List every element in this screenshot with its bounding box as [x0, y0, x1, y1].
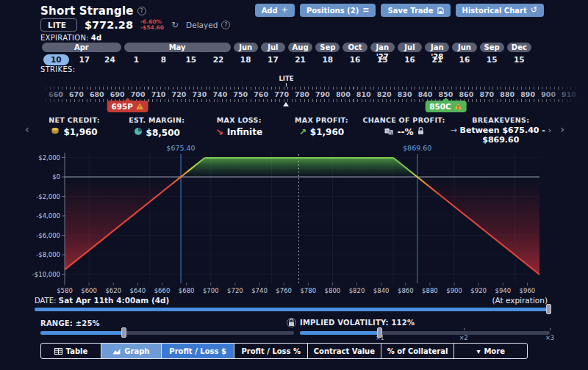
stats-row: NET CREDIT:$1,960EST. MARGIN:$8,500MAX L… — [33, 116, 556, 145]
warning-icon — [454, 103, 462, 110]
svg-text:$2,000: $2,000 — [38, 154, 60, 162]
underlying-price: $772.28 — [85, 19, 133, 31]
expiration-date[interactable]: 15 — [506, 54, 533, 65]
expiration-date[interactable]: 15 — [369, 54, 396, 65]
expiration-date[interactable]: 16 — [451, 54, 478, 65]
expiration-date[interactable]: 21 — [287, 54, 314, 65]
strike-tick-label: 800 — [333, 90, 354, 98]
expiration-date[interactable]: 15 — [177, 54, 204, 65]
short-call-strike-badge[interactable]: 850C — [425, 101, 467, 112]
expiration-date[interactable]: 17 — [72, 54, 98, 65]
date-slider[interactable] — [35, 308, 549, 311]
stat-label: NET CREDIT: — [33, 116, 115, 124]
list-icon: ≡ — [362, 7, 369, 14]
strike-tick-label: 780 — [292, 90, 312, 98]
month-pill[interactable]: May — [124, 43, 231, 52]
help-icon[interactable]: ? — [137, 7, 146, 15]
lock-icon[interactable] — [287, 318, 296, 327]
month-pill[interactable]: Apr — [42, 43, 121, 52]
pie-icon — [134, 127, 143, 138]
month-group: Apr101724 — [40, 43, 123, 65]
add-button[interactable]: Add+ — [255, 4, 295, 17]
date-slider-handle[interactable] — [546, 304, 551, 314]
month-group: Jul16 — [396, 43, 423, 65]
stat-max-profit: MAX PROFIT:↗$1,960 — [280, 116, 362, 145]
expiration-date[interactable]: 8 — [150, 54, 177, 65]
expiration-date[interactable]: 21 — [423, 54, 451, 65]
button-label: Positions (2) — [306, 7, 359, 15]
svg-text:$0: $0 — [52, 173, 60, 181]
month-group: Jul17 — [259, 43, 287, 65]
month-pill[interactable]: Jan '27 — [370, 43, 395, 52]
arrow-down-right-icon: ↘ — [216, 127, 223, 137]
stats-scroll-left-icon[interactable]: ‹ — [25, 123, 29, 135]
iv-label: IMPLIED VOLATILITY: 112% — [287, 318, 415, 327]
expiration-date[interactable]: 1 — [123, 54, 150, 65]
arrow-up-right-icon: ↗ — [299, 127, 306, 137]
month-group: Jun18 — [232, 43, 259, 65]
save-trade-button[interactable]: Save Trade — [381, 4, 450, 17]
strike-tick-label: 710 — [148, 90, 169, 98]
range-slider[interactable] — [40, 331, 294, 335]
svg-text:$860: $860 — [398, 287, 414, 294]
expiration-date[interactable]: 16 — [396, 54, 423, 65]
svg-text:$720: $720 — [227, 287, 243, 294]
month-pill[interactable]: Oct — [343, 43, 367, 52]
month-group: May181522 — [123, 43, 232, 65]
view-tabs: TableGraphProfit / Loss $Profit / Loss %… — [40, 343, 528, 359]
refresh-icon[interactable]: ↻ — [171, 20, 179, 30]
month-group: Oct16 — [341, 43, 368, 65]
expiration-date[interactable]: 18 — [314, 54, 341, 65]
tab-%-of-collateral[interactable]: % of Collateral — [381, 344, 455, 358]
positions-2--button[interactable]: Positions (2)≡ — [300, 4, 376, 17]
strike-tick-label: 730 — [189, 90, 209, 98]
strike-tick-label: 740 — [209, 90, 230, 98]
stats-scroll-right-icon[interactable]: › — [560, 123, 564, 135]
svg-text:$840: $840 — [373, 287, 390, 294]
svg-text:-$6,000: -$6,000 — [36, 232, 60, 239]
tab-profit-loss-$[interactable]: Profit / Loss $ — [162, 344, 235, 358]
month-pill[interactable]: Jul — [261, 43, 285, 52]
dice-icon — [384, 127, 394, 137]
expiration-date[interactable]: 15 — [478, 54, 506, 65]
payoff-chart[interactable]: $675.40$869.60$2,000$0-$2,000-$4,000-$6,… — [29, 144, 588, 300]
tab-more[interactable]: ▾More — [454, 344, 527, 358]
iv-slider-handle[interactable] — [377, 327, 382, 338]
stat-breakevens: BREAKEVENS:→ Between $675.40 - ›$869.60 — [445, 116, 556, 145]
iv-slider[interactable] — [300, 331, 550, 335]
strike-tick-label: 750 — [230, 90, 251, 98]
strike-tick-label: 660 — [46, 90, 66, 98]
month-pill[interactable]: Dec — [507, 43, 531, 52]
tab-profit-loss-%[interactable]: Profit / Loss % — [234, 344, 308, 358]
strike-tick-label: 700 — [128, 90, 148, 98]
expiration-date[interactable]: 24 — [97, 54, 123, 65]
page-title: Short Strangle? — [40, 4, 146, 18]
month-pill[interactable]: Sep — [480, 43, 504, 52]
tab-contract-value[interactable]: Contract Value — [308, 344, 381, 358]
svg-text:-$4,000: -$4,000 — [36, 212, 60, 220]
month-pill[interactable]: Jan '28 — [425, 43, 449, 52]
help-icon[interactable]: ? — [221, 21, 230, 29]
tab-table[interactable]: Table — [41, 344, 101, 358]
strike-tick-label: 870 — [476, 90, 497, 98]
month-pill[interactable]: Jun — [234, 43, 258, 52]
month-pill[interactable]: Sep — [315, 43, 340, 52]
month-pill[interactable]: Aug — [288, 43, 312, 52]
expiration-date[interactable]: 22 — [204, 54, 232, 65]
mode-select[interactable]: LITE — [40, 18, 77, 32]
stat-net-credit: NET CREDIT:$1,960 — [33, 116, 115, 145]
short-put-strike-badge[interactable]: 695P — [107, 101, 148, 112]
expiration-date-selected[interactable]: 10 — [43, 54, 69, 65]
month-pill[interactable]: Jun — [452, 43, 476, 52]
chevron-right-icon[interactable]: › — [548, 126, 551, 135]
expiration-date[interactable]: 18 — [232, 54, 259, 65]
expiration-date[interactable]: 16 — [341, 54, 368, 65]
tab-graph[interactable]: Graph — [101, 344, 162, 358]
historical-chart-button[interactable]: Historical Chart↺ — [456, 4, 544, 17]
at-expiration-label: (At expiration) — [492, 296, 548, 305]
range-slider-handle[interactable] — [121, 327, 126, 338]
month-pill[interactable]: Jul — [398, 43, 422, 52]
month-group: Jan '2715 — [369, 43, 396, 65]
svg-text:-$2,000: -$2,000 — [36, 193, 60, 200]
expiration-date[interactable]: 17 — [259, 54, 287, 65]
